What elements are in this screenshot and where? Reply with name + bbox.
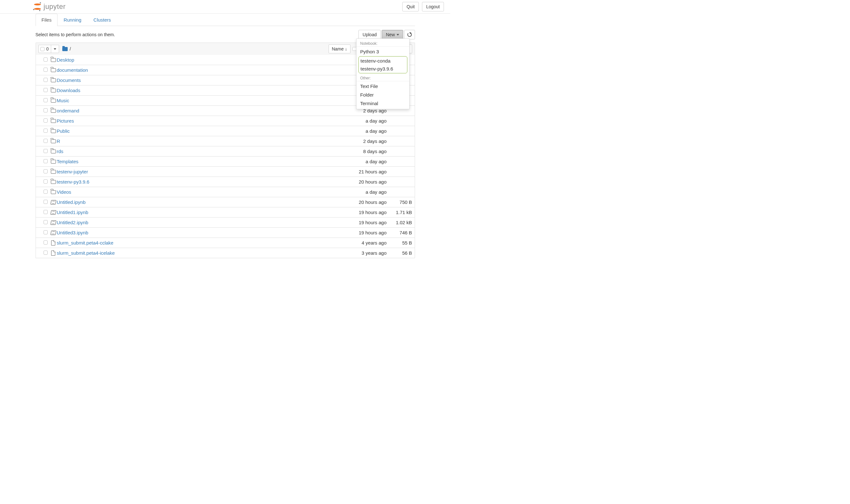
select-menu-toggle[interactable] [51, 45, 59, 53]
row-checkbox[interactable] [43, 190, 48, 194]
row-modified: 2 days ago [323, 139, 387, 144]
table-row: testenv-jupyter 21 hours ago [36, 167, 415, 177]
app-header: jupyter Quit Logout [0, 0, 450, 14]
row-size: 1.02 kB [387, 220, 412, 225]
row-name-link[interactable]: Documents [57, 77, 81, 83]
main-tabs: Files Running Clusters [36, 14, 415, 26]
row-name-link[interactable]: documentation [57, 67, 88, 73]
row-checkbox[interactable] [43, 200, 48, 204]
table-row: Videos a day ago [36, 187, 415, 197]
row-name-link[interactable]: testenv-py3.9.6 [57, 179, 90, 184]
caret-down-icon [54, 48, 56, 50]
quit-button[interactable]: Quit [402, 2, 419, 12]
row-modified: a day ago [323, 189, 387, 195]
new-folder[interactable]: Folder [356, 91, 409, 99]
row-checkbox[interactable] [43, 139, 48, 143]
table-row: Public a day ago [36, 126, 415, 136]
row-checkbox[interactable] [43, 68, 48, 72]
caret-down-icon [396, 34, 399, 36]
table-row: slurm_submit.peta4-cclake 4 years ago 55… [36, 238, 415, 248]
row-modified: 8 days ago [323, 149, 387, 154]
row-name-link[interactable]: R [57, 139, 60, 144]
logout-button[interactable]: Logout [422, 2, 444, 12]
row-name-link[interactable]: Downloads [57, 88, 81, 93]
folder-icon [51, 190, 56, 194]
row-name-link[interactable]: Videos [57, 189, 71, 195]
refresh-button[interactable] [404, 30, 415, 39]
row-modified: 20 hours ago [323, 179, 387, 184]
tab-files[interactable]: Files [36, 14, 58, 26]
row-name-link[interactable]: Desktop [57, 57, 74, 62]
row-checkbox[interactable] [43, 169, 48, 174]
folder-home-icon[interactable] [62, 47, 68, 51]
refresh-icon [407, 32, 412, 37]
row-name-link[interactable]: Untitled3.ipynb [57, 230, 88, 235]
upload-button[interactable]: Upload [358, 30, 381, 39]
folder-icon [51, 109, 56, 113]
table-row: testenv-py3.9.6 20 hours ago [36, 177, 415, 187]
new-kernel-testenv-conda[interactable]: testenv-conda [359, 57, 407, 65]
row-size: 1.71 kB [387, 210, 412, 215]
row-name-link[interactable]: slurm_submit.peta4-icelake [57, 250, 115, 256]
row-name-link[interactable]: Untitled.ipynb [57, 199, 86, 205]
row-checkbox[interactable] [43, 119, 48, 123]
folder-icon [51, 68, 56, 72]
table-row: Pictures a day ago [36, 116, 415, 126]
row-modified: 3 years ago [323, 250, 387, 256]
folder-icon [51, 180, 56, 184]
row-name-link[interactable]: Pictures [57, 118, 74, 124]
row-checkbox[interactable] [43, 149, 48, 153]
row-modified: 19 hours ago [323, 230, 387, 235]
row-name-link[interactable]: Public [57, 128, 70, 134]
folder-icon [51, 129, 56, 133]
row-checkbox[interactable] [43, 78, 48, 82]
row-name-link[interactable]: testenv-jupyter [57, 169, 88, 174]
select-all-group[interactable]: 0 [38, 45, 59, 53]
row-modified: a day ago [323, 128, 387, 134]
row-checkbox[interactable] [43, 220, 48, 224]
new-button-label: New [386, 32, 395, 37]
tab-running[interactable]: Running [57, 14, 87, 26]
row-name-link[interactable]: Untitled2.ipynb [57, 220, 88, 225]
tab-clusters[interactable]: Clusters [87, 14, 117, 26]
row-modified: 21 hours ago [323, 169, 387, 174]
new-terminal[interactable]: Terminal [356, 99, 409, 108]
row-checkbox[interactable] [43, 251, 48, 255]
row-checkbox[interactable] [43, 57, 48, 61]
row-checkbox[interactable] [43, 129, 48, 133]
new-textfile[interactable]: Text File [356, 82, 409, 91]
row-name-link[interactable]: Untitled1.ipynb [57, 210, 88, 215]
file-icon [51, 240, 55, 246]
folder-icon [51, 78, 56, 82]
selected-count: 0 [47, 47, 49, 51]
row-checkbox[interactable] [43, 230, 48, 234]
new-kernel-python3[interactable]: Python 3 [356, 47, 409, 56]
table-row: R 2 days ago [36, 136, 415, 146]
jupyter-logo[interactable]: jupyter [33, 2, 66, 11]
row-name-link[interactable]: Templates [57, 159, 78, 164]
row-checkbox[interactable] [43, 108, 48, 112]
select-all-checkbox[interactable] [40, 47, 45, 51]
table-row: Untitled1.ipynb 19 hours ago 1.71 kB [36, 208, 415, 218]
new-button[interactable]: New [382, 30, 403, 39]
folder-icon [51, 119, 56, 123]
row-checkbox[interactable] [43, 98, 48, 102]
folder-icon [51, 140, 56, 143]
dropdown-header-notebook: Notebook: [356, 40, 409, 47]
row-name-link[interactable]: rds [57, 149, 64, 154]
row-name-link[interactable]: Music [57, 98, 69, 103]
new-dropdown: Notebook: Python 3 testenv-conda testenv… [356, 38, 410, 109]
arrow-down-icon: ↓ [345, 47, 347, 51]
row-checkbox[interactable] [43, 240, 48, 245]
row-checkbox[interactable] [43, 210, 48, 214]
row-checkbox[interactable] [43, 88, 48, 92]
notebook-icon [50, 210, 56, 215]
new-kernel-testenv-py396[interactable]: testenv-py3.9.6 [359, 65, 407, 73]
folder-icon [51, 58, 56, 62]
row-name-link[interactable]: slurm_submit.peta4-cclake [57, 240, 113, 246]
sort-by-name[interactable]: Name ↓ [329, 44, 350, 53]
notebook-icon [50, 220, 56, 225]
row-name-link[interactable]: ondemand [57, 108, 79, 113]
row-checkbox[interactable] [43, 179, 48, 183]
row-checkbox[interactable] [43, 159, 48, 163]
